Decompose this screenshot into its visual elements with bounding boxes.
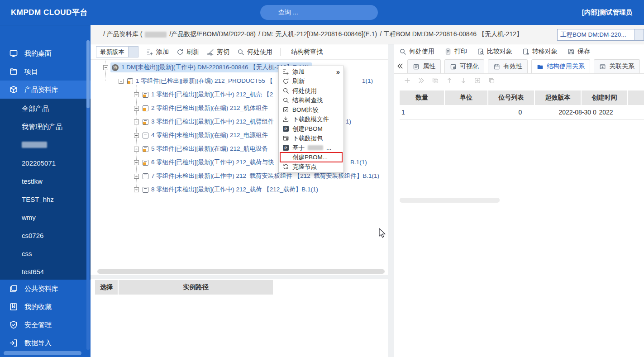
sidebar-submenu-item[interactable]: cs0726 [22, 231, 43, 240]
sidebar-submenu-item[interactable]: testlkw [22, 176, 43, 186]
tree-expander-plus[interactable] [134, 106, 139, 111]
global-search-input[interactable]: 查询 ... [260, 5, 378, 20]
tab-有效性[interactable]: 有效性 [488, 59, 528, 73]
detail-toolbar-button-比较对象[interactable]: 比较对象 [477, 48, 512, 56]
tree-expander-plus[interactable] [134, 133, 139, 138]
toolbar-button-label: 刷新 [186, 48, 199, 56]
usage-table-row[interactable]: 102022-08-30 02022 [400, 105, 644, 119]
sidebar-horizontal-scrollbar[interactable] [4, 351, 81, 355]
tree-expander-plus[interactable] [134, 147, 139, 152]
tree-expander-plus[interactable] [134, 174, 139, 179]
tree-expander-plus[interactable] [134, 119, 139, 124]
tab-结构使用关系[interactable]: 结构使用关系 [531, 59, 590, 73]
copy-icon[interactable] [488, 77, 495, 84]
sidebar-item-bottom-3[interactable]: 安全管理 [0, 316, 91, 334]
toolbar-button-添加[interactable]: 添加 [146, 48, 169, 56]
shield-icon [9, 320, 18, 329]
toolbar-button-何处使用[interactable]: 何处使用 [237, 48, 272, 56]
tab-关联关系[interactable]: 关联关系 [594, 59, 640, 73]
sidebar-submenu-item[interactable]: 全部产品 [22, 104, 49, 113]
context-menu-item-结构树查找[interactable]: 结构树查找 [279, 95, 343, 105]
detail-toolbar-button-打印[interactable]: 打印 [444, 48, 467, 56]
redacted-text [308, 145, 323, 150]
tree-expander-plus[interactable] [134, 92, 139, 97]
sidebar-submenu-item[interactable]: 我管理的产品 [22, 122, 62, 131]
sidebar-submenu-item[interactable]: TEST_hhz [22, 195, 54, 204]
context-menu-item-基于[interactable]: P基于... [279, 143, 343, 152]
sidebar-submenu-item[interactable]: test654 [22, 267, 44, 276]
sidebar-item-bottom-4[interactable]: 数据导入 [0, 334, 91, 352]
copy-plus-icon[interactable] [432, 77, 439, 84]
tree-node: 2 零组件[已检出][最新](在编) 212_机体组件 [141, 103, 270, 113]
part-checkedout-icon [143, 105, 148, 111]
tree-row[interactable]: 8 零组件[未检出][最新](工作中) 212_载荷 【212_载荷】B.1(1… [91, 183, 388, 196]
arrow-up-icon[interactable] [446, 77, 453, 84]
sidebar-item-3[interactable]: 产品资料库 [0, 81, 91, 99]
chevrons-right-icon[interactable] [418, 77, 425, 84]
tree-expander-plus[interactable] [134, 187, 139, 192]
version-select[interactable]: 最新版本 [96, 46, 138, 57]
sidebar-submenu-item[interactable] [22, 140, 47, 149]
tree-node: 4 零组件[未检出][最新](在编) 212_电源组件 [141, 130, 270, 140]
panel-divider [91, 275, 388, 279]
sidebar: 我的桌面项目产品资料库 全部产品我管理的产品202205071testlkwTE… [0, 25, 91, 357]
toolbar-button-label: 剪切 [217, 48, 229, 56]
caret-down-icon[interactable] [634, 29, 644, 40]
project-icon [9, 67, 18, 76]
tree-expander-minus[interactable] [119, 79, 124, 84]
part-icon [143, 133, 148, 138]
tree-search-button[interactable]: 结构树查找 [288, 48, 323, 56]
part-icon [143, 173, 148, 179]
context-menu-item-下载数据包[interactable]: 下载数据包 [279, 133, 343, 143]
arrow-down-icon[interactable] [460, 77, 467, 84]
scissors-icon [207, 48, 214, 56]
context-menu-item-克隆节点[interactable]: 克隆节点 [279, 162, 343, 171]
caret-down-icon[interactable] [128, 47, 138, 57]
redacted-text [145, 32, 167, 38]
sidebar-item-bottom-1[interactable]: 公共资料库 [0, 280, 91, 298]
visual-icon [450, 63, 457, 70]
tabs-scroll-left-icon[interactable] [396, 62, 404, 70]
context-menu-item-创建PBOM[interactable]: P创建PBOM [279, 124, 343, 133]
tree-expander-minus[interactable] [103, 65, 108, 70]
context-menu-item-创建PBOM...[interactable]: 创建PBOM... [279, 152, 343, 162]
detail-horizontal-scrollbar[interactable] [400, 198, 500, 203]
sidebar-submenu-item[interactable]: wmy [22, 213, 36, 222]
sidebar-item-label: 项目 [24, 67, 38, 76]
detail-toolbar-button-转移对象[interactable]: 转移对象 [522, 48, 558, 56]
sidebar-vertical-scrollbar[interactable] [86, 40, 90, 108]
toolbar-button-label: 何处使用 [409, 48, 434, 56]
tree-horizontal-scrollbar[interactable] [97, 269, 385, 274]
refresh-icon [177, 48, 184, 56]
sidebar-item-bottom-2[interactable]: 我的收藏 [0, 298, 91, 316]
tab-可视化[interactable]: 可视化 [444, 59, 484, 73]
sidebar-submenu-item[interactable]: css [22, 249, 32, 258]
sidebar-item-label: 我的收藏 [24, 303, 52, 311]
part-checkedout-icon [143, 146, 148, 152]
tree-row-label: 1 零组件[已检出][最新](在编) 212_PRODUCT55 【 [136, 77, 273, 85]
detail-toolbar-button-保存[interactable]: 保存 [568, 48, 590, 56]
context-menu-item-BOM比较[interactable]: BOM比较 [279, 105, 343, 114]
tree-expander-plus[interactable] [134, 160, 139, 165]
context-menu-item-下载数模文件[interactable]: 下载数模文件 [279, 114, 343, 124]
sidebar-item-label: 我的桌面 [24, 49, 52, 58]
view-selector-dropdown[interactable]: 工程BOM DM:DM-220... [557, 29, 644, 41]
tree-node: 8 零组件[未检出][最新](工作中) 212_载荷 【212_载荷】B.1(1… [141, 185, 320, 195]
sidebar-item-2[interactable]: 项目 [0, 62, 91, 81]
tab-属性[interactable]: 属性 [407, 59, 441, 73]
clone-icon [282, 163, 289, 170]
detail-toolbar-button-何处使用[interactable]: 何处使用 [399, 48, 434, 56]
sidebar-submenu-item[interactable]: 202205071 [22, 158, 56, 167]
sidebar-item-label: 产品资料库 [24, 86, 58, 94]
context-menu-item-添加[interactable]: 添加» [279, 67, 343, 76]
box-plus-icon[interactable] [474, 77, 481, 84]
redacted-text [22, 142, 47, 148]
plus-icon[interactable] [404, 77, 411, 84]
context-menu-item-刷新[interactable]: 刷新 [279, 76, 343, 86]
sidebar-item-1[interactable]: 我的桌面 [0, 44, 91, 62]
toolbar-button-刷新[interactable]: 刷新 [177, 48, 199, 56]
tree-row-label-tail: B.1(1) [350, 159, 367, 166]
toolbar-button-剪切[interactable]: 剪切 [207, 48, 229, 56]
context-menu-item-何处使用[interactable]: 何处使用 [279, 86, 343, 95]
toolbar-button-label: 打印 [454, 48, 467, 56]
